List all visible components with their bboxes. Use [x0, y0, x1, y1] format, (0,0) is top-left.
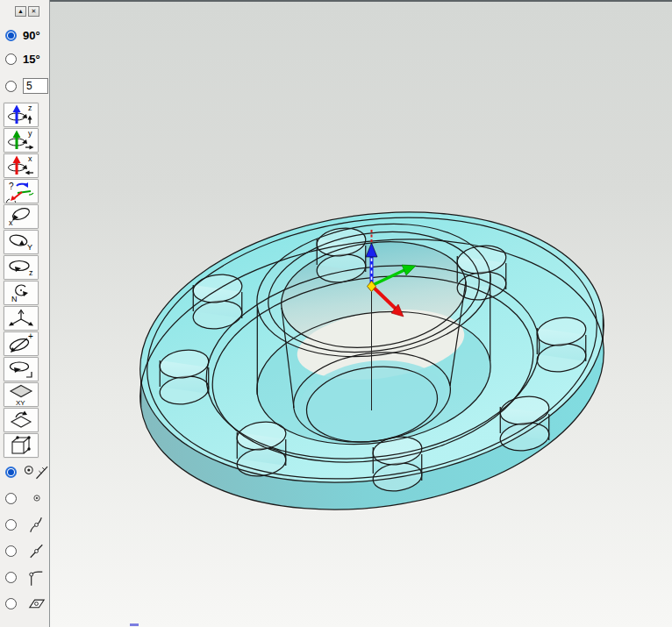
rotate-y-button[interactable]: y	[4, 128, 39, 153]
collapse-icon[interactable]: ▲	[15, 6, 26, 17]
spin-normal-button[interactable]: N	[4, 281, 39, 305]
question-label: ?	[9, 182, 14, 191]
spin-screen-x-button[interactable]: x	[4, 204, 39, 229]
radio-edge[interactable]	[5, 572, 17, 583]
caret-mark	[130, 623, 139, 626]
axis-mode-line[interactable]	[5, 538, 49, 564]
close-icon[interactable]: ✕	[28, 6, 39, 17]
edge-corner-icon	[24, 567, 49, 587]
radio-15[interactable]	[5, 53, 17, 65]
spin-screen-y-button[interactable]: Y	[4, 230, 39, 254]
sz-label: z	[29, 268, 33, 277]
angle-15-label: 15°	[23, 53, 40, 66]
spin-screen-z-button[interactable]: z	[4, 255, 39, 280]
radio-custom[interactable]	[5, 81, 17, 92]
rotate-z-button[interactable]: z	[4, 103, 39, 127]
n-label: N	[11, 295, 18, 303]
z-label: z	[28, 103, 32, 112]
axis-mode-plane[interactable]	[5, 590, 49, 616]
panel-header: ▲ ✕	[0, 0, 49, 19]
x-label: x	[28, 154, 32, 163]
angle-option-90[interactable]: 90°	[5, 27, 49, 43]
angle-option-15[interactable]: 15°	[5, 51, 49, 67]
angle-90-label: 90°	[23, 29, 40, 42]
plane-xy-button[interactable]: XY	[4, 382, 39, 407]
radio-point[interactable]	[5, 493, 17, 504]
line-icon	[24, 541, 49, 560]
point-line-icon	[24, 462, 49, 481]
radio-point-line[interactable]	[5, 467, 17, 478]
point-icon	[31, 488, 49, 508]
radio-90[interactable]	[5, 30, 17, 41]
custom-angle-input[interactable]	[23, 78, 48, 94]
axis-mode-point[interactable]	[5, 485, 49, 511]
spin-plane-button[interactable]	[4, 357, 39, 381]
axes-triad-button[interactable]	[4, 306, 39, 331]
radio-plane[interactable]	[5, 598, 17, 609]
curve-icon	[24, 515, 49, 534]
sy-label: Y	[27, 243, 32, 252]
plane-icon	[24, 594, 49, 613]
radio-curve[interactable]	[5, 519, 17, 531]
rotate-x-button[interactable]: x	[4, 153, 39, 178]
xy-label: XY	[16, 399, 25, 406]
axis-mode-edge[interactable]	[5, 564, 49, 590]
y-label: y	[28, 129, 32, 138]
sx-label: x	[9, 218, 13, 227]
rotate-any-axis-button[interactable]: ?	[4, 179, 39, 203]
radio-line[interactable]	[5, 545, 17, 557]
plane-view-button[interactable]	[4, 408, 39, 432]
rotate-tool-panel: ▲ ✕ 90° 15° z	[0, 0, 50, 627]
viewport-3d[interactable]	[50, 0, 672, 627]
svg-text:+: +	[28, 332, 33, 341]
axis-mode-point-line[interactable]	[5, 459, 49, 485]
angle-option-custom[interactable]	[5, 78, 49, 94]
rotate-button-column: z y x	[0, 103, 49, 458]
axis-mode-curve[interactable]	[5, 511, 49, 538]
rotate-free-button[interactable]: +	[4, 331, 39, 356]
flange-model[interactable]	[50, 2, 672, 627]
cube-view-button[interactable]	[4, 433, 39, 458]
